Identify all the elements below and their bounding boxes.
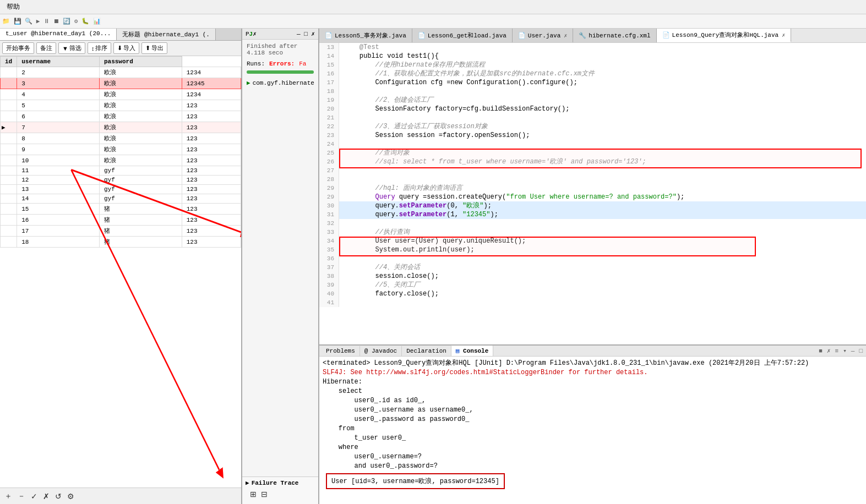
table-row[interactable]: ▶7欧浪123 — [1, 122, 241, 133]
middle-panel: P J ✗ — □ ✗ Finished after 4.118 seco Ru… — [242, 29, 319, 504]
icon-scroll[interactable]: ≡ — [834, 347, 840, 355]
console-result-box: User [uid=3, username=欧浪, password=12345… — [326, 473, 505, 489]
runs-label: Runs: — [247, 61, 265, 67]
code-line: 27 — [319, 166, 866, 175]
code-line: 21 — [319, 113, 866, 122]
btn-filter[interactable]: ▼筛选 — [58, 42, 85, 54]
menu-help[interactable]: 帮助 — [4, 1, 22, 13]
errors-label: Errors: — [269, 61, 295, 67]
icon-more[interactable]: ▾ — [842, 346, 848, 355]
icon-minimize[interactable]: — — [850, 347, 856, 355]
icon-maximize[interactable]: □ — [858, 347, 864, 355]
console-line: select — [323, 387, 863, 396]
test-progress — [247, 70, 314, 74]
tab-hibernate-cfg[interactable]: 🔧 hibernate.cfg.xml — [573, 29, 656, 42]
console-line: user0_.id as id0_, — [323, 396, 863, 406]
code-line: 23 Session session =factory.openSession(… — [319, 131, 866, 140]
col-username: username — [17, 57, 100, 67]
tab-console[interactable]: ▤ Console — [451, 346, 493, 356]
tab-javadoc[interactable]: @ Javadoc — [360, 346, 402, 356]
table-row[interactable]: 6欧浪123 — [1, 111, 241, 122]
icon-stop[interactable]: ■ — [818, 347, 824, 355]
table-row[interactable]: 12gyf123 — [1, 176, 241, 185]
tab-lesson5[interactable]: 📄 Lesson5_事务对象.java — [319, 29, 412, 42]
table-row[interactable]: 15猪123 — [1, 204, 241, 215]
col-password: password — [99, 57, 182, 67]
table-row[interactable]: 17猪123 — [1, 226, 241, 237]
btn-check[interactable]: ✓ — [30, 491, 39, 502]
code-line: 35 System.out.println(user); — [319, 245, 866, 254]
table-row[interactable]: 10欧浪123 — [1, 155, 241, 166]
left-panel: t_user @hibernate_day1 (20... 无标题 @hiber… — [0, 29, 242, 504]
table-row[interactable]: 2欧浪1234 — [1, 67, 241, 78]
table-row[interactable]: 8欧浪123 — [1, 133, 241, 144]
btn-settings[interactable]: ⚙ — [66, 491, 75, 502]
tab-lesson9-close[interactable]: ✗ — [782, 32, 785, 39]
table-row[interactable]: 16猪123 — [1, 215, 241, 226]
fa-label: Fa — [299, 61, 306, 67]
icon-remove[interactable]: ✗ — [826, 346, 832, 355]
code-line: 30 query.setParameter(0, "欧浪"); — [319, 201, 866, 210]
tab-lesson9[interactable]: 📄 Lesson9_Query查询对象和HQL.java ✗ — [657, 29, 792, 42]
btn-start-transaction[interactable]: 开始事务 — [2, 42, 34, 54]
btn-refresh[interactable]: ↺ — [54, 491, 63, 502]
db-table: id username password 2欧浪12343欧浪123454欧浪1… — [0, 56, 241, 487]
code-line: 28 — [319, 175, 866, 184]
failure-icons: ⊞ ⊟ — [246, 486, 315, 502]
table-row[interactable]: 11gyf123 — [1, 166, 241, 176]
table-row[interactable]: 9欧浪123 — [1, 144, 241, 155]
console-icons: ■ ✗ ≡ ▾ — □ — [818, 346, 864, 355]
console-line: where — [323, 443, 863, 452]
btn-add[interactable]: ＋ — [3, 490, 13, 502]
tab-lesson6[interactable]: 📄 Lesson6_get和load.java — [412, 29, 513, 42]
code-line: 33 //执行查询 — [319, 228, 866, 237]
btn-remove[interactable]: － — [17, 490, 26, 502]
console-line: user0_.password as password0_ — [323, 415, 863, 424]
tab-user[interactable]: 📄 User.java ✗ — [513, 29, 573, 42]
console-terminated: <terminated> Lesson9_Query查询对象和HQL [JUni… — [323, 359, 863, 368]
db-tab-2[interactable]: 无标题 @hibernate_day1 (. — [117, 29, 215, 40]
code-line: 34 User user=(User) query.uniqueResult()… — [319, 237, 866, 245]
table-row[interactable]: 13gyf123 — [1, 185, 241, 194]
code-line: 32 — [319, 219, 866, 228]
btn-note[interactable]: 备注 — [36, 42, 56, 54]
failure-trace-section: ▶ Failure Trace ⊞ ⊟ — [242, 476, 318, 504]
test-tree-item[interactable]: ▶ com.gyf.hibernate — [244, 78, 316, 87]
tab-problems[interactable]: Problems — [322, 346, 360, 356]
table-row[interactable]: 4欧浪1234 — [1, 89, 241, 100]
console-line: and user0_.password=? — [323, 462, 863, 471]
bottom-panel: Problems @ Javadoc Declaration ▤ Console… — [319, 344, 866, 504]
bottom-tabs: Problems @ Javadoc Declaration ▤ Console… — [319, 346, 866, 357]
code-line: 37 //4、关闭会话 — [319, 263, 866, 272]
table-row[interactable]: 5欧浪123 — [1, 100, 241, 111]
btn-failure-2[interactable]: ⊟ — [260, 489, 269, 500]
code-line: 39 //5、关闭工厂 — [319, 281, 866, 289]
editor-tabs: 📄 Lesson5_事务对象.java 📄 Lesson6_get和load.j… — [319, 29, 866, 43]
code-line: 17 Configuration cfg =new Configuration(… — [319, 78, 866, 87]
btn-failure-1[interactable]: ⊞ — [249, 489, 258, 500]
table-row[interactable]: 3欧浪12345 — [1, 78, 241, 89]
db-tab-1[interactable]: t_user @hibernate_day1 (20... — [0, 29, 117, 40]
btn-close[interactable]: ✗ — [42, 491, 51, 502]
console-line: Hibernate: — [323, 377, 863, 387]
code-line: 31 query.setParameter(1, "12345"); — [319, 210, 866, 219]
code-area[interactable]: 13 @Test14 public void test1(){15 //使用hi… — [319, 43, 866, 344]
table-row[interactable]: 14gyf123 — [1, 194, 241, 204]
btn-export[interactable]: ⬆导出 — [141, 42, 167, 54]
code-line: 41 — [319, 298, 866, 307]
code-line: 26 //sql: select * from t_user where use… — [319, 157, 866, 166]
table-row[interactable]: 18猪123 — [1, 237, 241, 248]
tab-declaration[interactable]: Declaration — [402, 346, 451, 356]
db-bottom-bar: ＋ － ✓ ✗ ↺ ⚙ — [0, 487, 241, 504]
code-line: 40 factory.close(); — [319, 289, 866, 298]
btn-sort[interactable]: ↕排序 — [88, 42, 112, 54]
btn-import[interactable]: ⬇导入 — [113, 42, 139, 54]
code-line: 36 — [319, 254, 866, 263]
console-line: t_user user0_ — [323, 434, 863, 443]
tab-user-close[interactable]: ✗ — [564, 32, 567, 39]
main-container: t_user @hibernate_day1 (20... 无标题 @hiber… — [0, 29, 866, 504]
code-line: 38 session.close(); — [319, 272, 866, 281]
console-line: user0_.username as username0_, — [323, 406, 863, 415]
menu-bar: 帮助 — [0, 0, 866, 14]
editor-section: 📄 Lesson5_事务对象.java 📄 Lesson6_get和load.j… — [319, 29, 866, 344]
